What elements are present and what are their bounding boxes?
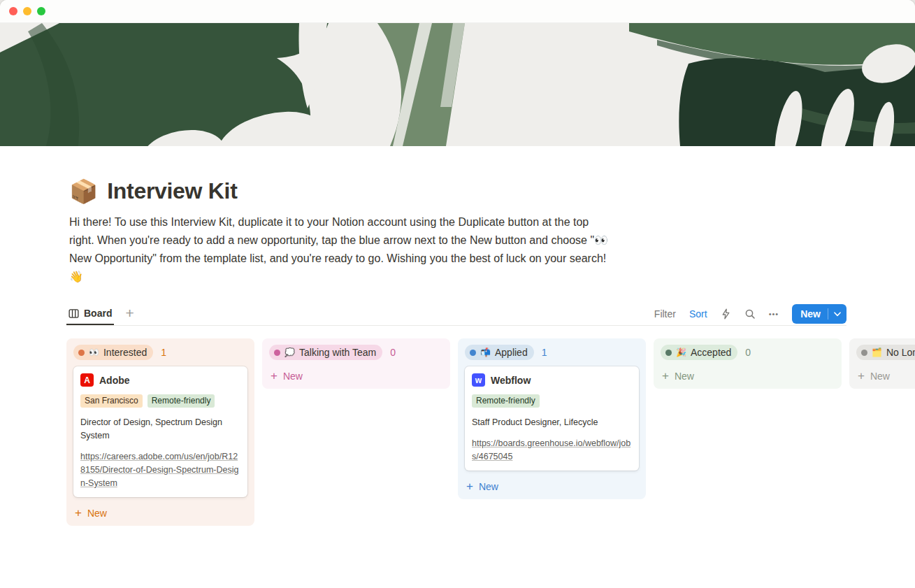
job-card-webflow[interactable]: w Webflow Remote-friendly Staff Product … (465, 366, 639, 471)
board-view-icon (69, 308, 79, 319)
job-card-adobe[interactable]: A Adobe San Francisco Remote-friendly Di… (73, 366, 247, 497)
job-url-link[interactable]: https://careers.adobe.com/us/en/job/R128… (80, 450, 240, 490)
status-dot (274, 350, 280, 356)
job-role: Director of Design, Spectrum Design Syst… (80, 416, 240, 443)
job-url-link[interactable]: https://boards.greenhouse.io/webflow/job… (472, 437, 632, 464)
notion-window: 📦 Interview Kit Hi there! To use this In… (0, 0, 915, 588)
add-card-label: New (675, 371, 694, 382)
column-group-pill[interactable]: 🎉 Accepted (661, 345, 737, 360)
add-card-label: New (870, 371, 890, 382)
page-header: 📦 Interview Kit (69, 178, 846, 204)
monstera-cover-illustration (0, 23, 915, 146)
add-card-label: New (87, 508, 107, 519)
tab-board[interactable]: Board (66, 303, 114, 325)
column-count: 0 (745, 347, 751, 358)
column-header: 📬 Applied 1 (465, 343, 639, 366)
board-column-interested: 👀 Interested 1 A Adobe San Francisco Rem… (66, 338, 254, 526)
lightning-icon (721, 308, 731, 320)
column-count: 1 (542, 347, 547, 358)
add-card-button[interactable]: + New (856, 366, 915, 383)
add-card-button[interactable]: + New (465, 477, 639, 494)
column-title: Applied (495, 347, 528, 358)
company-name: Webflow (491, 375, 531, 386)
column-count: 1 (161, 347, 166, 358)
status-dot (78, 350, 85, 356)
column-header: 🗂️ No Lon (856, 343, 915, 366)
column-group-pill[interactable]: 📬 Applied (465, 345, 534, 360)
plus-icon: + (271, 370, 278, 382)
column-title: Accepted (691, 347, 731, 358)
status-dot (470, 350, 476, 356)
tab-board-label: Board (84, 308, 112, 319)
kanban-board: 👀 Interested 1 A Adobe San Francisco Rem… (66, 338, 915, 526)
add-card-label: New (283, 371, 303, 382)
column-header: 💭 Talking with Team 0 (269, 343, 443, 366)
plus-icon: + (662, 370, 669, 382)
add-card-label: New (479, 481, 498, 492)
column-emoji: 👀 (89, 348, 99, 357)
tag-remote: Remote-friendly (147, 394, 215, 408)
plus-icon: + (75, 507, 82, 519)
column-title: Talking with Team (299, 347, 376, 358)
column-emoji: 💭 (284, 348, 295, 357)
column-title: No Lon (886, 347, 915, 358)
zoom-button[interactable] (37, 7, 45, 15)
automations-button[interactable] (721, 308, 731, 320)
search-icon (744, 308, 756, 320)
column-emoji: 📬 (480, 348, 491, 357)
page-title: Interview Kit (107, 178, 237, 204)
status-dot (861, 350, 867, 356)
minimize-button[interactable] (23, 7, 31, 15)
column-header: 🎉 Accepted 0 (661, 343, 835, 366)
page-icon[interactable]: 📦 (69, 180, 98, 203)
filter-button[interactable]: Filter (654, 308, 676, 320)
column-header: 👀 Interested 1 (73, 343, 247, 366)
tag-list: Remote-friendly (472, 394, 632, 408)
column-count: 0 (390, 347, 396, 358)
tag-remote: Remote-friendly (472, 394, 540, 408)
tag-location: San Francisco (80, 394, 143, 408)
more-options-button[interactable]: ••• (769, 310, 779, 318)
column-emoji: 🎉 (676, 348, 686, 357)
plus-icon: + (466, 480, 473, 492)
column-group-pill[interactable]: 👀 Interested (73, 345, 153, 360)
titlebar (0, 0, 915, 23)
new-button-label: New (792, 308, 828, 320)
add-card-button[interactable]: + New (661, 366, 835, 383)
chevron-down-icon[interactable] (828, 312, 846, 317)
view-toolbar: Board + Filter Sort ••• New (66, 303, 846, 326)
add-card-button[interactable]: + New (269, 366, 443, 383)
company-logo-webflow: w (472, 373, 485, 387)
column-group-pill[interactable]: 🗂️ No Lon (856, 345, 915, 360)
board-column-talking-with-team: 💭 Talking with Team 0 + New (262, 338, 450, 389)
plus-icon: + (858, 370, 865, 382)
page-description: Hi there! To use this Interview Kit, dup… (69, 213, 610, 286)
add-card-button[interactable]: + New (73, 503, 247, 520)
add-view-button[interactable]: + (122, 306, 136, 323)
cover-image (0, 23, 915, 146)
company-logo-adobe: A (80, 373, 94, 387)
column-group-pill[interactable]: 💭 Talking with Team (269, 345, 382, 360)
column-title: Interested (103, 347, 147, 358)
tag-list: San Francisco Remote-friendly (80, 394, 240, 408)
column-emoji: 🗂️ (872, 348, 882, 357)
board-column-no-longer: 🗂️ No Lon + New (849, 338, 915, 389)
search-button[interactable] (744, 308, 756, 320)
board-column-applied: 📬 Applied 1 w Webflow Remote-friendly St… (458, 338, 646, 499)
job-role: Staff Product Designer, Lifecycle (472, 416, 632, 429)
board-column-accepted: 🎉 Accepted 0 + New (654, 338, 842, 389)
sort-button[interactable]: Sort (689, 308, 707, 320)
close-button[interactable] (9, 7, 17, 15)
company-name: Adobe (99, 375, 130, 386)
new-button[interactable]: New (792, 304, 846, 324)
status-dot (665, 350, 672, 356)
